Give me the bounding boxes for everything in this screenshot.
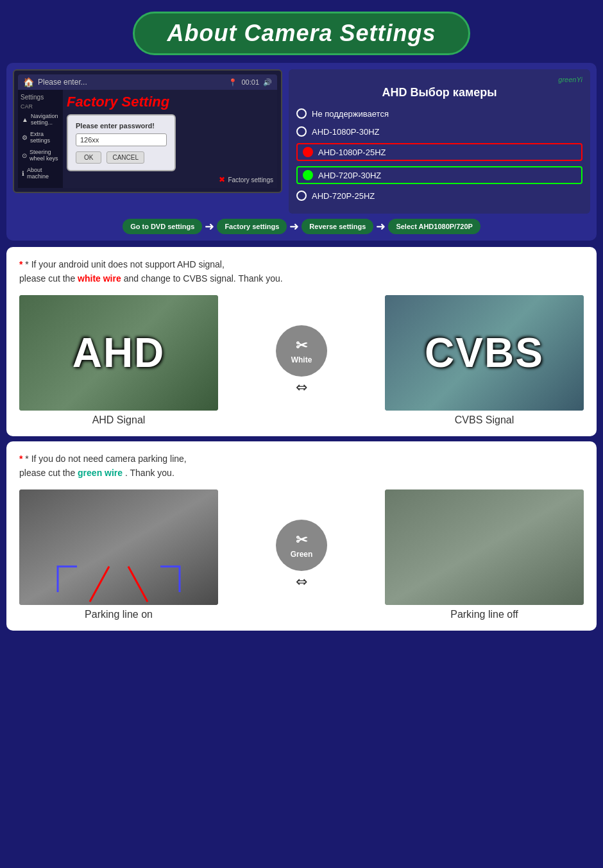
camera-settings-section: 🏠 Please enter... 📍 00:01 🔊 Settings CAR… xyxy=(6,63,597,241)
radio-green xyxy=(303,170,313,180)
ahd-option-1080p-25hz: AHD-1080P-25HZ xyxy=(296,143,582,161)
menu-about[interactable]: ℹ About machine xyxy=(21,165,60,182)
cvbs-signal-box: CVBS CVBS Signal xyxy=(385,295,584,426)
menu-steering-label: Steering wheel keys xyxy=(30,149,59,162)
parking-off-svg xyxy=(385,489,584,605)
dvd-please-enter: Please enter... xyxy=(38,78,87,87)
dvd-time: 00:01 xyxy=(241,78,259,86)
section2-note: * * If your android unit does not suppor… xyxy=(19,257,584,286)
ahd-1080p-25hz-label: AHD-1080P-25HZ xyxy=(318,148,386,157)
step-dvd-settings[interactable]: Go to DVD settings xyxy=(123,219,202,234)
green-wire-col: ✂ Green ⇔ xyxy=(276,520,327,590)
menu-extra-label: Extra settings xyxy=(30,131,59,144)
menu-extra[interactable]: ⚙ Extra settings xyxy=(21,129,60,146)
dvd-car-section: CAR xyxy=(21,103,60,110)
cvbs-signal-label: CVBS Signal xyxy=(455,414,514,426)
arrow-1: ➜ xyxy=(205,219,214,234)
dvd-sidebar-title: Settings xyxy=(21,94,60,101)
step-factory-settings[interactable]: Factory settings xyxy=(217,219,287,234)
green-wire-circle-label: Green xyxy=(291,550,313,559)
ahd-cvbs-section: * * If your android unit does not suppor… xyxy=(6,247,597,436)
parking-line-section: * * If you do not need camera parking li… xyxy=(6,441,597,631)
home-icon: 🏠 xyxy=(23,77,34,87)
section3-line2-end: . Thank you. xyxy=(125,468,174,478)
factory-settings-label: Factory settings xyxy=(228,176,273,183)
ahd-720p-25hz-label: AHD-720P-25HZ xyxy=(312,191,375,201)
radio-empty-3 xyxy=(296,191,307,201)
ahd-option-1080p-30hz: AHD-1080P-30HZ xyxy=(296,125,582,138)
red-star-1: * xyxy=(19,259,25,269)
ahd-panel: greenYi AHD Выбор камеры Не поддерживает… xyxy=(289,69,590,214)
ahd-720p-30hz-label: AHD-720P-30HZ xyxy=(318,171,381,180)
page-title-wrap: About Camera Settings xyxy=(0,0,603,63)
arrow-3: ➜ xyxy=(376,219,386,234)
dvd-screen: 🏠 Please enter... 📍 00:01 🔊 Settings CAR… xyxy=(13,69,282,193)
parking-on-label: Parking line on xyxy=(85,609,153,620)
menu-navigation[interactable]: ▲ Navigation setting... xyxy=(21,111,60,128)
ahd-option-not-supported: Не поддерживается xyxy=(296,107,582,120)
wire-col: ✂ White ⇔ xyxy=(276,325,327,396)
exchange-arrow-2: ⇔ xyxy=(296,574,307,590)
ahd-1080p-30hz-label: AHD-1080P-30HZ xyxy=(312,127,380,137)
ahd-option-not-supported-label: Не поддерживается xyxy=(312,109,389,119)
menu-steering[interactable]: ⊙ Steering wheel keys xyxy=(21,147,60,164)
ahd-signal-text: AHD xyxy=(72,329,166,377)
nav-icon: ▲ xyxy=(22,116,28,123)
ahd-title: AHD Выбор камеры xyxy=(296,86,582,99)
cancel-button[interactable]: CANCEL xyxy=(106,151,144,164)
green-wire-circle: ✂ Green xyxy=(276,520,327,571)
section3-line2-start: please cut the xyxy=(19,468,78,478)
arrow-2: ➜ xyxy=(289,219,299,234)
menu-about-label: About machine xyxy=(27,167,59,180)
white-wire-label: white wire xyxy=(78,273,121,284)
note-line2-end: and change to CVBS signal. Thank you. xyxy=(124,273,283,284)
factory-setting-heading: Factory Setting xyxy=(67,94,273,110)
radio-red xyxy=(303,147,313,157)
location-icon: 📍 xyxy=(228,78,237,87)
cvbs-signal-text: CVBS xyxy=(425,329,544,377)
ahd-signal-image: AHD xyxy=(19,295,218,411)
white-wire-circle: ✂ White xyxy=(276,325,327,377)
dialog-buttons: OK CANCEL xyxy=(76,151,167,164)
green-wire-label: green wire xyxy=(78,468,123,478)
dvd-main-area: Factory Setting Please enter password! 1… xyxy=(63,90,277,188)
parking-on-box: Parking line on xyxy=(19,489,218,620)
section3-line1: * If you do not need camera parking line… xyxy=(25,454,186,464)
steering-icon: ⊙ xyxy=(22,152,27,159)
password-dialog-title: Please enter password! xyxy=(76,122,167,130)
info-icon: ℹ xyxy=(22,170,24,177)
factory-settings-row: ✖ Factory settings xyxy=(67,175,273,184)
cvbs-signal-image: CVBS xyxy=(385,295,584,411)
steps-row: Go to DVD settings ➜ Factory settings ➜ … xyxy=(13,219,590,234)
password-input-display[interactable]: 126xx xyxy=(76,133,167,146)
ahd-option-720p-30hz: AHD-720P-30HZ xyxy=(296,166,582,184)
svg-rect-0 xyxy=(19,489,218,605)
parking-on-image xyxy=(19,489,218,605)
exchange-arrow-1: ⇔ xyxy=(296,379,307,396)
white-wire-circle-label: White xyxy=(291,355,312,364)
dvd-sidebar: Settings CAR ▲ Navigation setting... ⚙ E… xyxy=(18,90,63,188)
password-dialog: Please enter password! 126xx OK CANCEL xyxy=(67,114,176,171)
scissors-icon-2: ✂ xyxy=(296,532,307,549)
parking-off-box: Parking line off xyxy=(385,489,584,620)
volume-icon: 🔊 xyxy=(263,78,272,87)
note-line1: * If your android unit does not support … xyxy=(25,259,225,269)
note-line2-start: please cut the xyxy=(19,273,78,284)
signal-row: AHD AHD Signal ✂ White ⇔ CVBS CVBS Signa… xyxy=(19,295,584,426)
radio-empty-1 xyxy=(296,108,307,119)
section3-note: * * If you do not need camera parking li… xyxy=(19,452,584,481)
step-select-ahd[interactable]: Select AHD1080P/720P xyxy=(388,219,480,234)
gear-icon: ⚙ xyxy=(22,134,28,141)
page-title: About Camera Settings xyxy=(133,12,470,55)
ahd-signal-box: AHD AHD Signal xyxy=(19,295,218,426)
menu-navigation-label: Navigation setting... xyxy=(31,113,59,126)
red-star-2: * xyxy=(19,454,25,464)
ok-button[interactable]: OK xyxy=(76,151,101,164)
svg-rect-1 xyxy=(385,489,584,605)
greenyi-logo: greenYi xyxy=(296,76,582,83)
ahd-option-720p-25hz: AHD-720P-25HZ xyxy=(296,189,582,202)
parking-row: Parking line on ✂ Green ⇔ xyxy=(19,489,584,620)
parking-off-label: Parking line off xyxy=(450,609,518,620)
radio-empty-2 xyxy=(296,126,307,137)
step-reverse-settings[interactable]: Reverse settings xyxy=(302,219,373,234)
